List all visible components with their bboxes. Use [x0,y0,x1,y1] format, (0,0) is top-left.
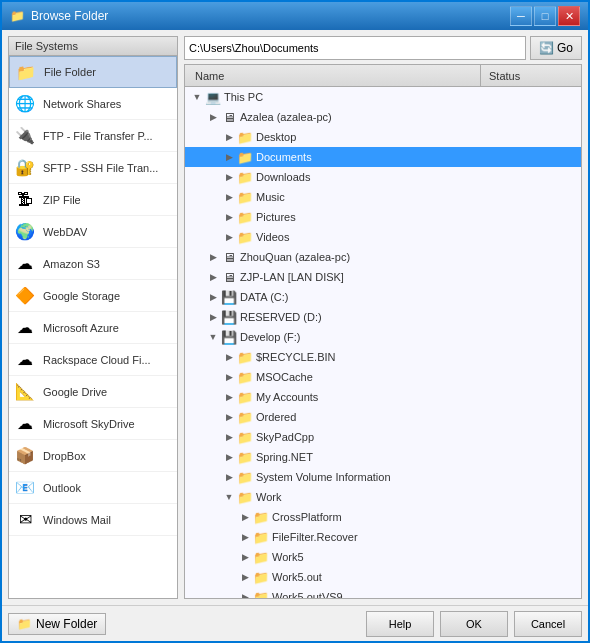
column-header-name: Name [185,65,481,86]
go-button[interactable]: 🔄 Go [530,36,582,60]
tree-expander[interactable]: ▶ [221,349,237,365]
tree-row[interactable]: ▶📁$RECYCLE.BIN [185,347,581,367]
tree-row[interactable]: ▶📁My Accounts [185,387,581,407]
left-item-dropbox[interactable]: 📦DropBox [9,440,177,472]
tree-expander[interactable]: ▶ [237,549,253,565]
left-item-outlook[interactable]: 📧Outlook [9,472,177,504]
left-item-google-drive[interactable]: 📐Google Drive [9,376,177,408]
windows-mail-label: Windows Mail [43,514,111,526]
address-bar: 🔄 Go [184,36,582,60]
left-item-sftp[interactable]: 🔐SFTP - SSH File Tran... [9,152,177,184]
tree-row[interactable]: ▶📁Work5 [185,547,581,567]
tree-row[interactable]: ▶🖥ZJP-LAN [LAN DISK] [185,267,581,287]
tree-expander[interactable]: ▶ [237,569,253,585]
tree-item-icon: 🖥 [221,249,237,265]
zip-label: ZIP File [43,194,81,206]
tree-row[interactable]: ▼💻This PC [185,87,581,107]
tree-expander[interactable]: ▶ [205,109,221,125]
help-button[interactable]: Help [366,611,434,637]
tree-expander[interactable]: ▶ [221,229,237,245]
left-item-ftp[interactable]: 🔌FTP - File Transfer P... [9,120,177,152]
outlook-icon: 📧 [13,476,37,500]
tree-row[interactable]: ▼💾Develop (F:) [185,327,581,347]
tree-row[interactable]: ▶📁FileFilter.Recover [185,527,581,547]
left-item-webdav[interactable]: 🌍WebDAV [9,216,177,248]
tree-item-icon: 📁 [237,209,253,225]
left-item-microsoft-azure[interactable]: ☁Microsoft Azure [9,312,177,344]
tree-row[interactable]: ▶📁SkyPadCpp [185,427,581,447]
tree-expander[interactable]: ▶ [221,449,237,465]
tree-expander[interactable]: ▼ [189,89,205,105]
tree-expander[interactable]: ▶ [221,189,237,205]
maximize-button[interactable]: □ [534,6,556,26]
tree-row[interactable]: ▶📁CrossPlatform [185,507,581,527]
tree-item-icon: 📁 [237,389,253,405]
tree-expander[interactable]: ▶ [221,149,237,165]
tree-row[interactable]: ▶📁Work5.outVS9 [185,587,581,598]
tree-expander[interactable]: ▼ [221,489,237,505]
tree-row[interactable]: ▶🖥ZhouQuan (azalea-pc) [185,247,581,267]
tree-expander[interactable]: ▶ [221,209,237,225]
ok-button[interactable]: OK [440,611,508,637]
tree-expander[interactable]: ▶ [221,169,237,185]
left-item-zip[interactable]: 🗜ZIP File [9,184,177,216]
tree-expander[interactable]: ▶ [221,369,237,385]
rackspace-label: Rackspace Cloud Fi... [43,354,151,366]
tree-expander[interactable]: ▶ [205,249,221,265]
tree-row[interactable]: ▶📁Desktop [185,127,581,147]
tree-row[interactable]: ▶📁System Volume Information [185,467,581,487]
google-drive-label: Google Drive [43,386,107,398]
tree-item-icon: 📁 [253,589,269,598]
tree-row[interactable]: ▶📁Documents [185,147,581,167]
tree-row[interactable]: ▶📁Videos [185,227,581,247]
tree-expander[interactable]: ▶ [221,389,237,405]
tree-expander[interactable]: ▶ [205,289,221,305]
go-label: Go [557,41,573,55]
left-item-microsoft-skydrive[interactable]: ☁Microsoft SkyDrive [9,408,177,440]
tree-row[interactable]: ▶📁Downloads [185,167,581,187]
left-item-google-storage[interactable]: 🔶Google Storage [9,280,177,312]
new-folder-label: New Folder [36,617,97,631]
tree-expander[interactable]: ▶ [221,469,237,485]
tree-item-label: $RECYCLE.BIN [256,351,335,363]
left-item-network-shares[interactable]: 🌐Network Shares [9,88,177,120]
tree-item-label: ZhouQuan (azalea-pc) [240,251,350,263]
tree-expander[interactable]: ▶ [237,589,253,598]
tree-expander[interactable]: ▶ [237,509,253,525]
close-button[interactable]: ✕ [558,6,580,26]
tree-row[interactable]: ▶📁Music [185,187,581,207]
tree-expander[interactable]: ▼ [205,329,221,345]
tree-row[interactable]: ▶📁MSOCache [185,367,581,387]
tree-row[interactable]: ▶📁Spring.NET [185,447,581,467]
tree-row[interactable]: ▶💾RESERVED (D:) [185,307,581,327]
title-bar-icon: 📁 [10,9,25,23]
tree-row[interactable]: ▶💾DATA (C:) [185,287,581,307]
tree-expander[interactable]: ▶ [221,409,237,425]
ftp-label: FTP - File Transfer P... [43,130,153,142]
tree-row[interactable]: ▶🖥Azalea (azalea-pc) [185,107,581,127]
amazon-s3-icon: ☁ [13,252,37,276]
new-folder-button[interactable]: 📁 New Folder [8,613,106,635]
tree-item-label: This PC [224,91,263,103]
tree-expander[interactable]: ▶ [205,309,221,325]
tree-expander[interactable]: ▶ [221,129,237,145]
microsoft-skydrive-label: Microsoft SkyDrive [43,418,135,430]
tree-expander[interactable]: ▶ [221,429,237,445]
cancel-button[interactable]: Cancel [514,611,582,637]
address-input[interactable] [184,36,526,60]
tree-item-icon: 💾 [221,309,237,325]
tree-row[interactable]: ▶📁Pictures [185,207,581,227]
tree-row[interactable]: ▶📁Ordered [185,407,581,427]
left-item-windows-mail[interactable]: ✉Windows Mail [9,504,177,536]
minimize-button[interactable]: ─ [510,6,532,26]
tree-expander[interactable]: ▶ [237,529,253,545]
tree-expander[interactable]: ▶ [205,269,221,285]
left-item-file-folder[interactable]: 📁File Folder [9,56,177,88]
left-item-amazon-s3[interactable]: ☁Amazon S3 [9,248,177,280]
microsoft-azure-label: Microsoft Azure [43,322,119,334]
file-tree[interactable]: ▼💻This PC▶🖥Azalea (azalea-pc)▶📁Desktop▶📁… [185,87,581,598]
title-bar-left: 📁 Browse Folder [10,9,108,23]
left-item-rackspace[interactable]: ☁Rackspace Cloud Fi... [9,344,177,376]
tree-row[interactable]: ▶📁Work5.out [185,567,581,587]
tree-row[interactable]: ▼📁Work [185,487,581,507]
